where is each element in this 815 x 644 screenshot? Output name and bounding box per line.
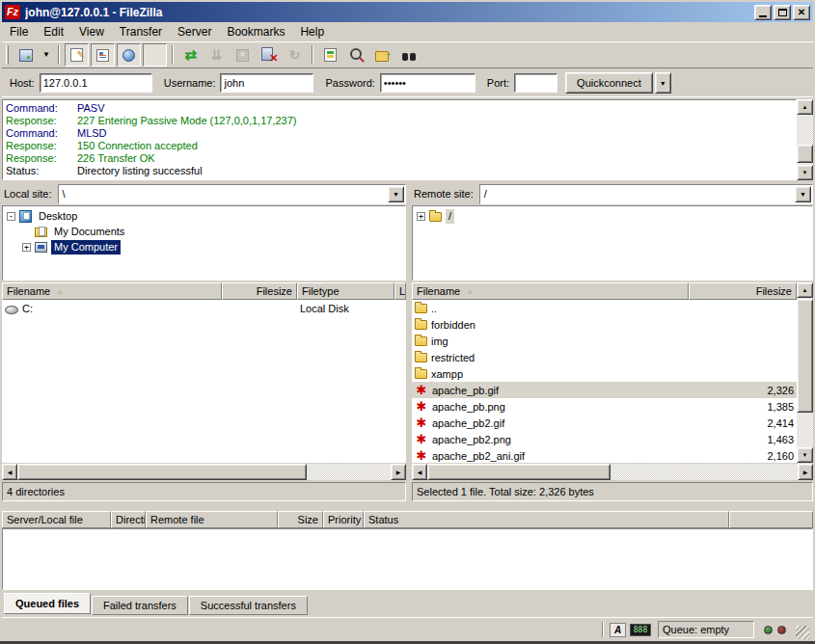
scroll-right-button[interactable]: ▶	[798, 464, 813, 480]
statusbar-separator	[602, 622, 604, 637]
column-header-label: Server/Local file	[7, 514, 83, 525]
remote-site-dropdown-button[interactable]: ▼	[795, 186, 811, 202]
toggle-local-tree-button[interactable]	[91, 43, 115, 67]
column-header-filename[interactable]: Filename▵	[412, 282, 689, 300]
menu-item-bookmarks[interactable]: Bookmarks	[219, 23, 292, 40]
column-header-label: Filename	[7, 285, 50, 297]
menu-item-view[interactable]: View	[71, 23, 112, 40]
process-queue-button[interactable]: ⇊	[204, 43, 229, 67]
cancel-operation-icon: ✕	[236, 49, 249, 62]
synchronized-browsing-button[interactable]	[370, 43, 394, 67]
file-row-xampp[interactable]: xampp	[412, 365, 797, 382]
column-header-priority[interactable]: Priority	[323, 511, 364, 528]
tab-queued-files[interactable]: Queued files	[4, 593, 91, 614]
scroll-thumb[interactable]	[797, 145, 813, 163]
local-horizontal-scrollbar[interactable]: ◀ ▶	[2, 464, 406, 480]
column-header-server-local-file[interactable]: Server/Local file	[2, 511, 111, 528]
column-header-filename[interactable]: Filename▵	[2, 282, 222, 300]
local-site-combo[interactable]: \ ▼	[58, 184, 406, 204]
chevron-down-icon: ▼	[393, 191, 399, 198]
find-files-button[interactable]	[396, 43, 421, 67]
menu-item-file[interactable]: File	[2, 23, 36, 40]
quickconnect-bar: Host: Username: Password: Port: Quickcon…	[2, 69, 813, 97]
scroll-left-button[interactable]: ◀	[412, 464, 427, 480]
tab-failed-transfers[interactable]: Failed transfers	[92, 596, 188, 615]
tab-successful-transfers[interactable]: Successful transfers	[189, 596, 308, 615]
column-header-directi[interactable]: Directi...	[111, 511, 146, 528]
scroll-right-button[interactable]: ▶	[391, 464, 406, 480]
column-header-status[interactable]: Status	[364, 511, 729, 528]
scroll-left-button[interactable]: ◀	[2, 464, 17, 480]
tree-expander-minus-icon[interactable]: -	[7, 212, 15, 221]
tree-item-desktop[interactable]: -Desktop	[3, 208, 405, 224]
column-header-label: Remote file	[150, 514, 204, 525]
file-row-item[interactable]: ..	[412, 300, 797, 316]
column-header-filetype[interactable]: Filetype	[297, 282, 394, 300]
file-row-apache-pb-gif[interactable]: apache_pb.gif2,326	[412, 382, 797, 398]
disconnect-button[interactable]	[257, 43, 281, 67]
close-button[interactable]: ✕	[793, 5, 810, 20]
scroll-down-button[interactable]: ▼	[797, 165, 813, 180]
toggle-message-log-button[interactable]	[65, 43, 89, 67]
tree-expander-plus-icon[interactable]: +	[22, 243, 31, 252]
remote-panel: Remote site: / ▼ +/ Filename▵Filesize ..…	[412, 183, 813, 508]
file-row-c[interactable]: C:Local Disk	[2, 300, 406, 316]
file-row-apache-pb2-ani-gif[interactable]: apache_pb2_ani.gif2,160	[412, 447, 797, 463]
scroll-down-button[interactable]: ▼	[797, 447, 813, 463]
menu-item-help[interactable]: Help	[292, 23, 332, 40]
port-label: Port:	[487, 77, 509, 89]
scroll-up-button[interactable]: ▲	[797, 282, 813, 298]
column-header-remote-file[interactable]: Remote file	[146, 511, 278, 528]
toggle-remote-tree-button[interactable]	[117, 43, 141, 67]
column-header-filesize[interactable]: Filesize	[689, 282, 797, 300]
resize-grip[interactable]	[796, 626, 809, 639]
file-row-img[interactable]: img	[412, 333, 797, 349]
filter-button[interactable]	[318, 43, 342, 67]
scroll-thumb[interactable]	[427, 464, 611, 480]
reconnect-button[interactable]: ↻	[283, 43, 307, 67]
username-input[interactable]	[220, 73, 313, 93]
menu-item-transfer[interactable]: Transfer	[112, 23, 170, 40]
toggle-queue-button[interactable]	[143, 43, 167, 67]
minimize-button[interactable]	[754, 5, 772, 20]
queue-tab-bar: Queued filesFailed transfersSuccessful t…	[4, 593, 813, 616]
column-header-l[interactable]: L	[394, 282, 406, 300]
image-file-icon	[415, 449, 428, 463]
file-row-forbidden[interactable]: forbidden	[412, 316, 797, 333]
host-input[interactable]	[40, 73, 152, 93]
file-row-apache-pb2-gif[interactable]: apache_pb2.gif2,414	[412, 415, 797, 431]
password-input[interactable]	[380, 73, 475, 93]
site-manager-dropdown-button[interactable]: ▼	[40, 43, 53, 67]
remote-site-combo[interactable]: / ▼	[479, 184, 813, 204]
port-input[interactable]	[514, 73, 557, 93]
tree-expander-plus-icon[interactable]: +	[417, 212, 425, 221]
column-header-filesize[interactable]: Filesize	[222, 282, 297, 300]
scroll-up-button[interactable]: ▲	[797, 99, 813, 115]
cancel-operation-button[interactable]: ✕	[231, 43, 255, 67]
menu-item-edit[interactable]: Edit	[36, 23, 71, 40]
refresh-button[interactable]: ⇄	[178, 43, 203, 67]
site-manager-button[interactable]	[14, 43, 38, 67]
log-vertical-scrollbar[interactable]: ▲ ▼	[797, 99, 813, 180]
directory-comparison-button[interactable]	[344, 43, 368, 67]
title-bar[interactable]: Fz john@127.0.0.1 - FileZilla ✕	[2, 2, 813, 22]
menu-item-server[interactable]: Server	[170, 23, 219, 40]
quickconnect-dropdown-button[interactable]: ▼	[655, 72, 671, 94]
file-row-apache-pb2-png[interactable]: apache_pb2.png1,463	[412, 431, 797, 447]
file-row-restricted[interactable]: restricted	[412, 349, 797, 365]
file-row-apache-pb-png[interactable]: apache_pb.png1,385	[412, 398, 797, 415]
filezilla-app-icon: Fz	[5, 5, 20, 19]
remote-horizontal-scrollbar[interactable]: ◀ ▶	[412, 464, 813, 480]
file-name: apache_pb.png	[432, 401, 505, 413]
local-site-dropdown-button[interactable]: ▼	[388, 186, 404, 202]
remote-site-label: Remote site:	[412, 188, 479, 200]
tree-item-my-computer[interactable]: +My Computer	[3, 239, 405, 255]
remote-vertical-scrollbar[interactable]: ▲ ▼	[797, 282, 813, 463]
scroll-thumb[interactable]	[797, 299, 813, 413]
tree-item-my-documents[interactable]: My Documents	[3, 224, 405, 239]
quickconnect-button[interactable]: Quickconnect	[565, 72, 653, 94]
scroll-thumb[interactable]	[17, 464, 307, 480]
tree-item-item[interactable]: +/	[413, 208, 812, 224]
column-header-size[interactable]: Size	[278, 511, 323, 528]
maximize-button[interactable]	[774, 5, 791, 20]
